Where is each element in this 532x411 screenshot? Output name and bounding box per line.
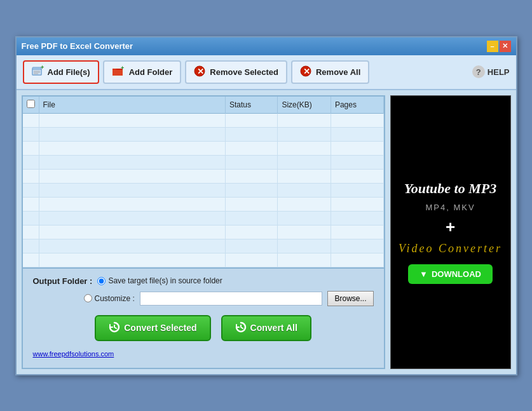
convert-row: Convert Selected Convert All xyxy=(33,315,374,341)
col-file-header: File xyxy=(39,97,225,114)
ad-plus: + xyxy=(446,217,455,237)
convert-selected-label: Convert Selected xyxy=(124,323,196,333)
toolbar: + Add File(s) + Add Folder ✕ xyxy=(17,55,516,90)
svg-text:✕: ✕ xyxy=(197,67,204,76)
customize-row: Customize : Browse... xyxy=(84,291,374,306)
table-row xyxy=(23,225,384,239)
main-window: Free PDF to Excel Converter – ✕ + Add Fi… xyxy=(15,36,517,375)
table-row xyxy=(23,169,384,183)
convert-all-label: Convert All xyxy=(250,323,297,333)
add-folder-label: Add Folder xyxy=(129,67,173,77)
ad-download-button[interactable]: ▼ DOWNLOAD xyxy=(408,264,493,284)
ad-panel: Youtube to MP3 MP4, MKV + Video Converte… xyxy=(390,95,511,369)
left-panel: File Status Size(KB) Pages xyxy=(22,95,385,369)
table-row xyxy=(23,197,384,211)
remove-all-button[interactable]: ✕ Remove All xyxy=(291,60,369,84)
add-folder-icon: + xyxy=(112,65,126,79)
ad-title: Youtube to MP3 xyxy=(404,180,496,198)
remove-selected-icon: ✕ xyxy=(194,65,207,79)
help-label: HELP xyxy=(488,67,510,77)
window-controls: – ✕ xyxy=(487,41,511,52)
table-row xyxy=(23,211,384,225)
add-files-button[interactable]: + Add File(s) xyxy=(23,60,99,84)
save-source-radio[interactable] xyxy=(97,277,106,285)
col-checkbox xyxy=(23,97,39,114)
col-status-header: Status xyxy=(225,97,278,114)
help-button[interactable]: ? HELP xyxy=(472,65,510,78)
output-folder-label: Output Folder : xyxy=(33,276,93,286)
table-row xyxy=(23,155,384,169)
remove-all-label: Remove All xyxy=(316,67,360,77)
customize-input[interactable] xyxy=(140,292,323,306)
close-button[interactable]: ✕ xyxy=(500,41,511,52)
bottom-panel: Output Folder : Save target file(s) in s… xyxy=(22,269,385,369)
col-pages-header: Pages xyxy=(331,97,383,114)
footer-link[interactable]: www.freepdfsolutions.com xyxy=(33,350,114,358)
ad-download-icon: ▼ xyxy=(419,269,428,279)
remove-selected-label: Remove Selected xyxy=(210,67,278,77)
help-icon: ? xyxy=(472,65,485,78)
main-content: File Status Size(KB) Pages xyxy=(17,90,516,374)
convert-selected-icon xyxy=(109,321,120,335)
remove-all-icon: ✕ xyxy=(300,65,313,79)
table-row xyxy=(23,127,384,141)
window-title: Free PDF to Excel Converter xyxy=(22,41,133,51)
col-size-header: Size(KB) xyxy=(278,97,331,114)
ad-download-label: DOWNLOAD xyxy=(432,269,481,279)
table-row xyxy=(23,113,384,127)
svg-text:✕: ✕ xyxy=(303,67,310,76)
title-bar: Free PDF to Excel Converter – ✕ xyxy=(17,37,516,55)
save-source-radio-label[interactable]: Save target file(s) in source folder xyxy=(97,276,222,285)
customize-radio-label[interactable]: Customize : xyxy=(84,294,135,303)
add-files-icon: + xyxy=(32,65,44,79)
convert-all-button[interactable]: Convert All xyxy=(221,315,311,341)
file-table-container: File Status Size(KB) Pages xyxy=(22,95,385,269)
ad-video-converter: Video Converter xyxy=(399,242,502,255)
convert-all-icon xyxy=(235,321,247,335)
table-row xyxy=(23,253,384,267)
convert-selected-button[interactable]: Convert Selected xyxy=(95,315,210,341)
svg-text:+: + xyxy=(41,65,44,71)
ad-subtitle: MP4, MKV xyxy=(425,203,475,212)
customize-radio[interactable] xyxy=(84,294,92,302)
save-source-text: Save target file(s) in source folder xyxy=(108,276,222,285)
add-folder-button[interactable]: + Add Folder xyxy=(103,60,182,84)
customize-text: Customize : xyxy=(95,294,135,303)
select-all-checkbox[interactable] xyxy=(27,100,35,108)
table-row xyxy=(23,183,384,197)
table-row xyxy=(23,141,384,155)
minimize-button[interactable]: – xyxy=(487,41,498,52)
remove-selected-button[interactable]: ✕ Remove Selected xyxy=(185,60,287,84)
add-files-label: Add File(s) xyxy=(48,67,90,77)
svg-text:+: + xyxy=(121,65,124,71)
browse-button[interactable]: Browse... xyxy=(327,291,373,306)
table-row xyxy=(23,239,384,253)
output-folder-row: Output Folder : Save target file(s) in s… xyxy=(33,276,374,286)
file-table: File Status Size(KB) Pages xyxy=(23,97,384,267)
